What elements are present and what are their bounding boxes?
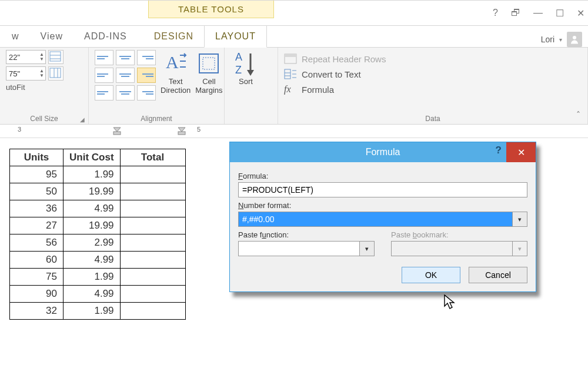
word-table[interactable]: Units Unit Cost Total 951.99 5019.99 364… (9, 149, 186, 320)
ruler-indent-marker-icon[interactable] (112, 126, 122, 136)
close-icon: ✕ (517, 147, 525, 158)
number-format-label: Number format: (238, 201, 527, 210)
formula-input[interactable] (238, 182, 527, 197)
row-height-input[interactable]: 22" ▲▼ (6, 50, 46, 64)
col-total[interactable]: Total (120, 149, 185, 166)
ruler-number: 3 (18, 126, 21, 133)
align-bottom-center[interactable] (116, 85, 135, 100)
dialog-titlebar[interactable]: Formula ? ✕ (230, 142, 536, 162)
convert-to-text-button[interactable]: Convert to Text (284, 69, 582, 79)
paste-function-input[interactable] (238, 241, 360, 256)
autofit-button[interactable]: utoFit (6, 83, 82, 92)
group-label-data: Data (284, 113, 582, 123)
formula-button[interactable]: fx Formula (284, 84, 582, 95)
paste-function-combo[interactable]: ▾ (238, 241, 375, 256)
align-bottom-left[interactable] (95, 85, 113, 100)
tab-view[interactable]: View (30, 26, 74, 47)
tab-partial[interactable]: w (1, 26, 30, 47)
svg-rect-1 (50, 52, 61, 61)
column-width-input[interactable]: 75" ▲▼ (6, 66, 46, 81)
dialog-help-icon[interactable]: ? (496, 145, 502, 156)
align-middle-left[interactable] (95, 68, 113, 83)
ruler-indent-marker-icon[interactable] (176, 126, 187, 136)
align-middle-right[interactable] (137, 68, 156, 83)
collapse-ribbon-icon[interactable]: ˄ (576, 110, 580, 119)
user-area[interactable]: Lori ▾ (541, 32, 588, 47)
convert-to-text-icon (284, 69, 297, 79)
svg-text:Z: Z (235, 64, 242, 76)
table-row[interactable]: 364.99 (10, 200, 186, 217)
cancel-button[interactable]: Cancel (469, 267, 527, 283)
align-middle-center[interactable] (116, 68, 135, 83)
table-row[interactable]: 604.99 (10, 252, 186, 269)
table-row[interactable]: 5019.99 (10, 183, 186, 200)
tab-design[interactable]: DESIGN (143, 26, 204, 47)
ribbon-options-icon[interactable]: 🗗 (511, 8, 520, 18)
svg-marker-25 (113, 128, 121, 132)
paste-bookmark-input (391, 241, 513, 256)
col-unit-cost[interactable]: Unit Cost (64, 149, 121, 166)
repeat-header-icon (284, 53, 297, 64)
text-direction-icon: A (165, 50, 187, 77)
table-row[interactable]: 321.99 (10, 303, 186, 320)
cell-margins-label: Cell Margins (195, 77, 222, 95)
ribbon-tabs: w View ADD-INS DESIGN LAYOUT Lori ▾ (0, 26, 588, 48)
cell-margins-button[interactable]: Cell Margins (195, 50, 222, 100)
alignment-grid (95, 50, 156, 100)
formula-label: Formula (302, 85, 334, 95)
svg-rect-11 (199, 54, 218, 73)
help-icon[interactable]: ? (493, 8, 498, 18)
distribute-columns-button[interactable] (48, 66, 64, 81)
tab-addins[interactable]: ADD-INS (74, 26, 138, 47)
group-sort: AZ Sort (225, 48, 278, 124)
text-direction-label: Text Direction (161, 77, 191, 95)
spinner-arrows-icon[interactable]: ▲▼ (39, 52, 44, 62)
svg-rect-19 (285, 69, 290, 79)
number-format-combo[interactable]: ▾ (238, 212, 527, 227)
formula-icon: fx (284, 84, 297, 95)
paste-function-label: Paste function: (238, 230, 375, 239)
table-row[interactable]: 2719.99 (10, 217, 186, 234)
group-label-cell-size: Cell Size◢ (6, 113, 82, 123)
close-window-icon[interactable]: ✕ (577, 8, 584, 19)
table-row[interactable]: 751.99 (10, 269, 186, 286)
minimize-icon[interactable]: — (533, 8, 543, 18)
cell-margins-icon (197, 50, 220, 77)
dropdown-arrow-icon[interactable]: ▾ (360, 241, 375, 256)
table-header-row: Units Unit Cost Total (10, 149, 186, 166)
svg-point-0 (573, 36, 576, 39)
paste-bookmark-combo: ▾ (391, 241, 527, 256)
convert-to-text-label: Convert to Text (302, 69, 361, 79)
svg-rect-4 (50, 68, 61, 78)
ruler[interactable]: 3 5 (0, 125, 588, 138)
group-cell-size: 22" ▲▼ 75" ▲▼ utoFit (0, 48, 89, 124)
table-row[interactable]: 951.99 (10, 166, 186, 183)
tab-layout[interactable]: LAYOUT (204, 25, 267, 48)
table-row[interactable]: 562.99 (10, 234, 186, 252)
repeat-header-rows-button[interactable]: Repeat Header Rows (284, 53, 582, 64)
text-direction-button[interactable]: A Text Direction (161, 50, 191, 100)
dropdown-arrow-icon[interactable]: ▾ (513, 212, 527, 227)
dialog-launcher-icon[interactable]: ◢ (80, 116, 85, 123)
svg-rect-12 (203, 58, 215, 69)
align-bottom-right[interactable] (137, 85, 156, 100)
table-row[interactable]: 904.99 (10, 286, 186, 303)
user-name: Lori (541, 35, 554, 44)
dialog-close-button[interactable]: ✕ (506, 142, 536, 162)
ok-button[interactable]: OK (402, 267, 460, 283)
spinner-arrows-icon[interactable]: ▲▼ (39, 69, 44, 78)
col-units[interactable]: Units (10, 149, 64, 166)
align-top-center[interactable] (116, 50, 135, 65)
svg-rect-18 (285, 54, 296, 57)
group-data: Repeat Header Rows Convert to Text fx Fo… (278, 48, 588, 124)
maximize-icon[interactable]: ☐ (556, 8, 564, 19)
align-top-right[interactable] (137, 50, 156, 65)
sort-label: Sort (239, 77, 253, 86)
distribute-rows-button[interactable] (48, 50, 64, 64)
svg-text:A: A (166, 52, 179, 72)
sort-button[interactable]: AZ Sort (230, 50, 261, 86)
window-controls: ? 🗗 — ☐ ✕ (493, 1, 584, 25)
align-top-left[interactable] (95, 50, 113, 65)
svg-text:A: A (235, 51, 242, 63)
number-format-input[interactable] (238, 212, 513, 227)
